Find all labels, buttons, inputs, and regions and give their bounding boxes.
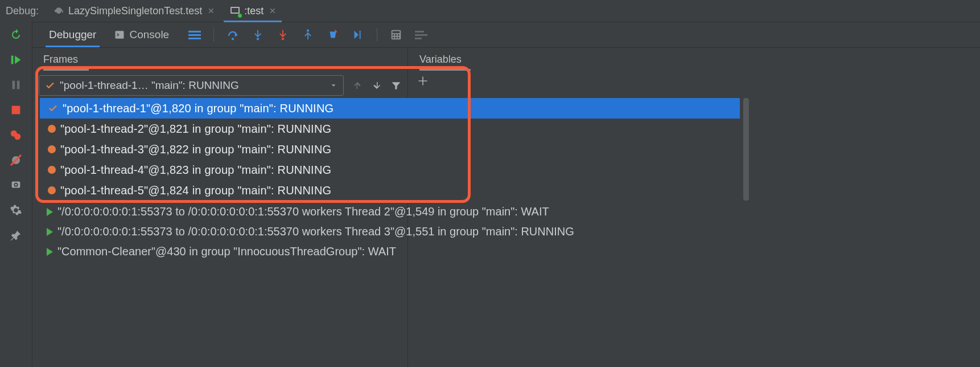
variables-title: Variables: [419, 54, 462, 66]
svg-rect-31: [415, 34, 427, 36]
filter-button[interactable]: [390, 80, 402, 91]
elephant-icon: [53, 5, 65, 17]
console-icon: [114, 30, 125, 40]
thread-option[interactable]: "pool-1-thread-1"@1,820 in group "main":…: [40, 98, 740, 119]
frames-title: Frames: [43, 54, 78, 66]
running-dot-icon: [238, 14, 242, 18]
debugger-tab-label: Debugger: [49, 28, 96, 41]
breakpoint-bullet-icon: [48, 166, 56, 174]
add-watch-button[interactable]: [417, 75, 429, 87]
step-out-icon[interactable]: [302, 28, 314, 41]
resume-button[interactable]: [9, 52, 23, 67]
breakpoint-bullet-icon: [48, 125, 56, 133]
svg-rect-20: [307, 30, 309, 32]
svg-rect-5: [12, 106, 20, 115]
thread-option[interactable]: "pool-1-thread-2"@1,821 in group "main":…: [40, 119, 740, 139]
debugger-tab[interactable]: Debugger: [40, 22, 105, 47]
trace-icon[interactable]: [415, 28, 427, 41]
vertical-toolbar: [0, 22, 32, 367]
settings-button[interactable]: [9, 203, 23, 218]
pin-button[interactable]: [9, 228, 23, 243]
dump-threads-button[interactable]: [9, 178, 23, 193]
variables-header[interactable]: Variables: [408, 48, 980, 71]
svg-rect-15: [188, 34, 201, 36]
play-icon: [47, 248, 53, 256]
svg-rect-18: [257, 38, 259, 40]
thread-option-label: "pool-1-thread-3"@1,822 in group "main":…: [60, 143, 331, 156]
svg-rect-32: [415, 38, 422, 39]
scrollbar-track[interactable]: [742, 98, 750, 262]
svg-point-12: [15, 184, 17, 186]
thread-selector-row: "pool-1-thread-1… "main": RUNNING: [32, 71, 407, 100]
evaluate-expression-icon[interactable]: [390, 28, 402, 41]
thread-option-label: "pool-1-thread-1"@1,820 in group "main":…: [63, 102, 333, 115]
debug-label: Debug:: [6, 5, 44, 17]
next-frame-button[interactable]: [371, 80, 382, 91]
toolbar-divider: [377, 28, 377, 42]
svg-rect-13: [116, 31, 124, 39]
thread-entry-label: "Common-Cleaner"@430 in group "Innocuous…: [57, 245, 396, 258]
frames-header[interactable]: Frames: [32, 48, 407, 71]
close-icon[interactable]: ✕: [269, 6, 276, 15]
step-into-icon[interactable]: [252, 28, 264, 41]
other-threads-list: "/0:0:0:0:0:0:0:1:55373 to /0:0:0:0:0:0:…: [43, 202, 738, 262]
top-tab-strip: Debug: LazySimpleSingletonTest.test ✕ :t…: [0, 0, 980, 22]
thread-option-label: "pool-1-thread-2"@1,821 in group "main":…: [60, 123, 331, 136]
svg-rect-3: [13, 81, 15, 89]
view-breakpoints-button[interactable]: [9, 128, 23, 142]
debugger-toolbar: Debugger Console: [0, 22, 980, 48]
stop-button[interactable]: [9, 103, 23, 117]
tab-label: :test: [244, 5, 263, 17]
thread-option[interactable]: "pool-1-thread-4"@1,823 in group "main":…: [40, 160, 740, 180]
mute-breakpoints-button[interactable]: [9, 153, 23, 168]
thread-entry-label: "/0:0:0:0:0:0:0:1:55373 to /0:0:0:0:0:0:…: [57, 205, 549, 218]
thread-option[interactable]: "pool-1-thread-3"@1,822 in group "main":…: [40, 139, 740, 160]
toolbar-divider: [213, 28, 214, 42]
selector-label: "pool-1-thread-1… "main": RUNNING: [60, 79, 325, 92]
drop-frame-icon[interactable]: [327, 28, 339, 41]
svg-rect-19: [282, 38, 284, 40]
thread-option-label: "pool-1-thread-4"@1,823 in group "main":…: [60, 164, 331, 177]
run-to-cursor-icon[interactable]: [352, 28, 364, 41]
thread-entry[interactable]: "/0:0:0:0:0:0:0:1:55373 to /0:0:0:0:0:0:…: [43, 222, 738, 242]
threads-icon[interactable]: [188, 28, 201, 41]
svg-rect-28: [395, 37, 397, 39]
svg-rect-4: [17, 81, 20, 89]
run-config-tab-1[interactable]: :test ✕: [224, 0, 282, 22]
console-tab-label: Console: [129, 28, 169, 41]
thread-entry[interactable]: "Common-Cleaner"@430 in group "Innocuous…: [43, 242, 738, 262]
scrollbar-thumb[interactable]: [743, 98, 749, 201]
svg-rect-1: [232, 8, 238, 13]
tab-label: LazySimpleSingletonTest.test: [68, 5, 202, 17]
rerun-button[interactable]: [9, 27, 23, 42]
thread-option[interactable]: "pool-1-thread-5"@1,824 in group "main":…: [40, 180, 740, 201]
play-icon: [47, 208, 53, 216]
prev-frame-button[interactable]: [352, 80, 363, 91]
svg-rect-2: [11, 56, 14, 64]
svg-rect-23: [393, 31, 400, 34]
breakpoint-bullet-icon: [48, 145, 56, 153]
svg-rect-29: [398, 37, 400, 39]
play-icon: [47, 228, 53, 236]
thread-entry[interactable]: "/0:0:0:0:0:0:0:1:55373 to /0:0:0:0:0:0:…: [43, 202, 738, 222]
close-icon[interactable]: ✕: [208, 6, 215, 15]
step-over-icon[interactable]: [227, 28, 239, 41]
run-config-icon: [229, 5, 241, 17]
step-toolbar: [188, 28, 427, 42]
thread-option-label: "pool-1-thread-5"@1,824 in group "main":…: [60, 184, 331, 197]
console-tab[interactable]: Console: [105, 22, 178, 47]
thread-selector[interactable]: "pool-1-thread-1… "main": RUNNING: [39, 75, 344, 96]
thread-entry-label: "/0:0:0:0:0:0:0:1:55373 to /0:0:0:0:0:0:…: [57, 225, 574, 238]
svg-rect-27: [393, 37, 394, 39]
chevron-down-icon: [330, 81, 337, 89]
svg-rect-21: [360, 31, 361, 39]
run-config-tab-0[interactable]: LazySimpleSingletonTest.test ✕: [48, 0, 220, 22]
svg-rect-30: [415, 31, 424, 32]
svg-rect-24: [393, 34, 394, 36]
pause-button[interactable]: [9, 78, 23, 92]
force-step-into-icon[interactable]: [277, 28, 289, 41]
svg-point-7: [14, 133, 20, 140]
svg-rect-26: [398, 34, 400, 36]
svg-rect-16: [188, 38, 201, 39]
thread-dropdown[interactable]: "pool-1-thread-1"@1,820 in group "main":…: [40, 98, 740, 201]
